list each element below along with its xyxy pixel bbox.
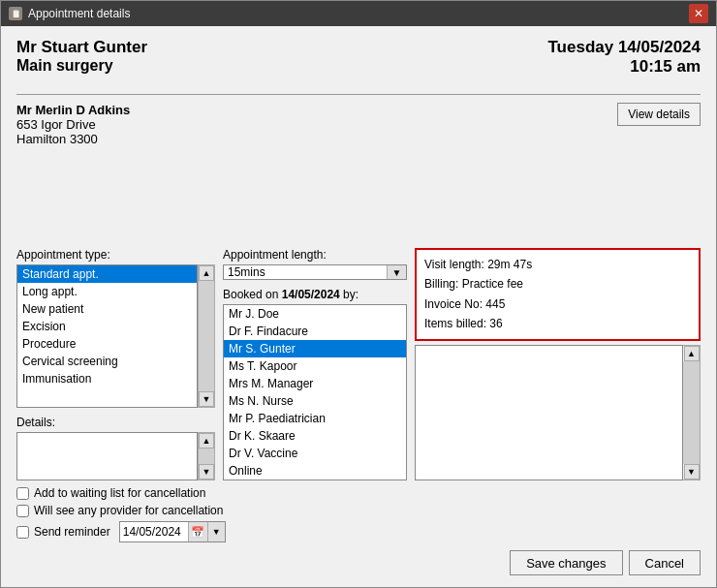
spacer	[16, 154, 701, 248]
booker-item-7[interactable]: Dr K. Skaare	[224, 427, 406, 445]
view-details-button[interactable]: View details	[617, 103, 701, 126]
right-scrollbar: ▲ ▼	[683, 345, 701, 480]
details-label: Details:	[16, 416, 215, 429]
appt-type-item-5[interactable]: Cervical screening	[17, 353, 197, 370]
appt-type-item-1[interactable]: Long appt.	[17, 283, 197, 300]
booker-item-5[interactable]: Ms N. Nurse	[224, 392, 406, 410]
appt-type-scrollbar: ▲ ▼	[198, 264, 215, 408]
details-scroll-up[interactable]: ▲	[199, 433, 214, 449]
right-scroll-content	[415, 345, 683, 480]
provider-name: Mr Stuart Gunter	[16, 38, 147, 57]
scroll-up-arrow[interactable]: ▲	[199, 265, 214, 281]
booker-item-4[interactable]: Mrs M. Manager	[224, 375, 406, 392]
header-left: Mr Stuart Gunter Main surgery	[16, 38, 147, 77]
appt-type-list[interactable]: Standard appt. Long appt. New patient Ex…	[16, 264, 198, 408]
patient-address-line1: 653 Igor Drive	[16, 117, 130, 132]
appt-length-label: Appointment length:	[223, 248, 407, 262]
date-down-arrow[interactable]: ▼	[207, 522, 225, 542]
booked-prefix: Booked on	[223, 288, 282, 301]
close-button[interactable]: ✕	[689, 4, 708, 23]
details-scroll-down[interactable]: ▼	[199, 464, 214, 480]
booker-item-3[interactable]: Ms T. Kapoor	[224, 357, 406, 375]
patient-full-name: Mr Merlin D Adkins	[16, 103, 130, 117]
appt-type-item-3[interactable]: Excision	[17, 318, 197, 335]
right-scroll-down[interactable]: ▼	[684, 464, 700, 480]
left-panel: Appointment type: Standard appt. Long ap…	[16, 248, 215, 480]
save-changes-button[interactable]: Save changes	[510, 550, 622, 575]
right-scroll-area: ▲ ▼	[415, 345, 701, 480]
any-provider-checkbox[interactable]	[16, 505, 29, 517]
waiting-list-label: Add to waiting list for cancellation	[34, 486, 205, 500]
window-icon: 📋	[9, 7, 22, 20]
details-section: Details: ▲ ▼	[16, 416, 215, 480]
visit-info-box: Visit length: 29m 47s Billing: Practice …	[415, 248, 701, 341]
details-scroll-track	[199, 449, 214, 464]
right-scroll-up[interactable]: ▲	[684, 346, 700, 361]
appt-length-value: 15mins	[224, 265, 387, 279]
dropdown-arrow-icon[interactable]: ▼	[387, 265, 406, 279]
right-scroll-track	[683, 361, 700, 464]
details-textarea[interactable]	[16, 432, 198, 480]
reminder-date-input[interactable]: 14/05/2024	[120, 525, 188, 539]
booker-item-2[interactable]: Mr S. Gunter	[224, 340, 406, 357]
header-section: Mr Stuart Gunter Main surgery Tuesday 14…	[16, 38, 701, 77]
appt-type-item-6[interactable]: Immunisation	[17, 370, 197, 387]
appt-type-list-wrapper: Standard appt. Long appt. New patient Ex…	[16, 264, 198, 408]
booker-item-1[interactable]: Dr F. Findacure	[224, 323, 406, 340]
booked-on-label: Booked on 14/05/2024 by:	[223, 288, 407, 301]
send-reminder-checkbox[interactable]	[16, 526, 29, 539]
any-provider-label: Will see any provider for cancellation	[34, 504, 223, 517]
appt-type-item-2[interactable]: New patient	[17, 300, 197, 318]
appt-length-dropdown[interactable]: 15mins ▼	[223, 264, 407, 280]
appointment-date: Tuesday 14/05/2024	[547, 38, 701, 57]
patient-address-line2: Hamilton 3300	[16, 132, 130, 146]
booker-item-0[interactable]: Mr J. Doe	[224, 305, 406, 323]
booker-item-6[interactable]: Mr P. Paediatrician	[224, 410, 406, 427]
appt-type-label: Appointment type:	[16, 248, 215, 262]
footer-buttons: Save changes Cancel	[16, 550, 701, 575]
window-title: Appointment details	[28, 7, 130, 20]
middle-panel: Appointment length: 15mins ▼ Booked on 1…	[223, 248, 407, 480]
content-area: Mr Stuart Gunter Main surgery Tuesday 14…	[1, 26, 716, 587]
appt-type-item-4[interactable]: Procedure	[17, 335, 197, 353]
invoice-no-text: Invoice No: 445	[424, 294, 691, 314]
calendar-icon[interactable]: 📅	[188, 522, 207, 542]
header-divider	[16, 94, 701, 95]
waiting-list-row: Add to waiting list for cancellation	[16, 486, 701, 500]
right-panel: Visit length: 29m 47s Billing: Practice …	[415, 248, 701, 480]
any-provider-row: Will see any provider for cancellation	[16, 504, 701, 517]
main-form-area: Appointment type: Standard appt. Long ap…	[16, 248, 701, 480]
scroll-track	[199, 281, 214, 391]
surgery-name: Main surgery	[16, 57, 147, 75]
booker-item-8[interactable]: Dr V. Vaccine	[224, 445, 406, 462]
details-scrollbar: ▲ ▼	[198, 432, 215, 480]
waiting-list-checkbox[interactable]	[16, 487, 29, 500]
appointment-time: 10:15 am	[547, 57, 701, 77]
header-right: Tuesday 14/05/2024 10:15 am	[547, 38, 701, 77]
send-reminder-label: Send reminder	[34, 525, 110, 539]
title-bar: 📋 Appointment details ✕	[1, 1, 716, 26]
booker-list-container: Mr J. Doe Dr F. Findacure Mr S. Gunter M…	[223, 304, 407, 480]
billing-text: Billing: Practice fee	[424, 274, 691, 294]
patient-details-section: Mr Merlin D Adkins 653 Igor Drive Hamilt…	[16, 103, 701, 146]
title-bar-left: 📋 Appointment details	[9, 7, 130, 20]
bottom-section: Add to waiting list for cancellation Wil…	[16, 486, 701, 542]
items-billed-text: Items billed: 36	[424, 314, 691, 333]
booked-suffix: by:	[340, 288, 358, 301]
details-with-scroll: ▲ ▼	[16, 432, 215, 480]
booked-date: 14/05/2024	[282, 288, 340, 301]
send-reminder-row: Send reminder 14/05/2024 📅 ▼	[16, 521, 701, 542]
cancel-button[interactable]: Cancel	[629, 550, 701, 575]
booker-item-9[interactable]: Online	[224, 462, 406, 480]
appt-type-item-0[interactable]: Standard appt.	[17, 265, 197, 283]
appointment-details-window: 📋 Appointment details ✕ Mr Stuart Gunter…	[0, 0, 717, 588]
scroll-down-arrow[interactable]: ▼	[199, 391, 214, 407]
appt-type-container: Standard appt. Long appt. New patient Ex…	[16, 264, 215, 408]
reminder-date-wrapper: 14/05/2024 📅 ▼	[119, 521, 226, 542]
patient-address: Mr Merlin D Adkins 653 Igor Drive Hamilt…	[16, 103, 130, 146]
visit-length-text: Visit length: 29m 47s	[424, 255, 691, 274]
booker-list[interactable]: Mr J. Doe Dr F. Findacure Mr S. Gunter M…	[223, 304, 407, 480]
